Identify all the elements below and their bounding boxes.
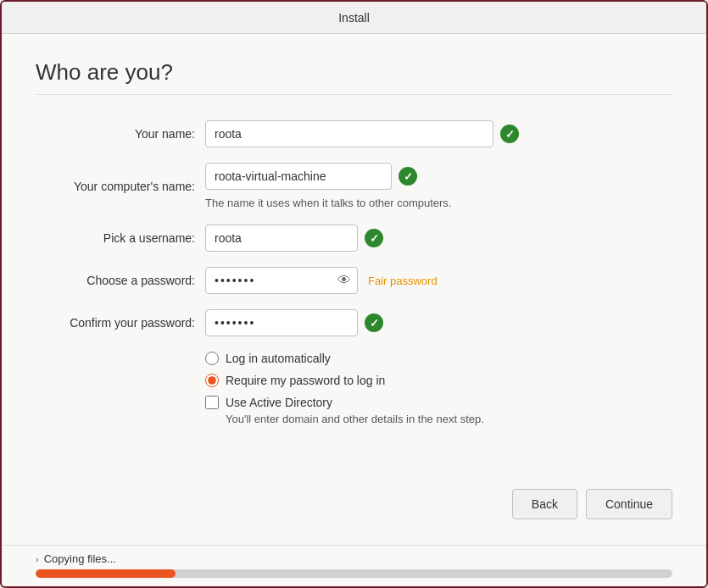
confirm-password-input[interactable]	[205, 309, 358, 336]
computer-name-field-wrapper: The name it uses when it talks to other …	[205, 163, 672, 209]
log-in-auto-option[interactable]: Log in automatically	[205, 352, 672, 365]
confirm-password-row: Confirm your password:	[36, 309, 672, 336]
titlebar: Install	[2, 2, 706, 34]
your-name-row: Your name:	[36, 120, 672, 147]
password-field-wrapper: 👁 Fair password	[205, 267, 672, 294]
password-wrapper: 👁	[205, 267, 358, 294]
username-row: Pick a username:	[36, 225, 672, 252]
eye-icon[interactable]: 👁	[337, 273, 351, 288]
active-directory-label: Use Active Directory	[226, 396, 332, 409]
require-password-label: Require my password to log in	[226, 374, 385, 387]
main-content: Who are you? Your name: Your computer's …	[2, 34, 706, 545]
your-name-check-icon	[500, 125, 519, 143]
password-strength-label: Fair password	[368, 275, 438, 287]
your-name-input[interactable]	[205, 120, 493, 147]
active-directory-hint: You'll enter domain and other details in…	[226, 413, 672, 425]
confirm-password-label: Confirm your password:	[36, 316, 205, 330]
chevron-right-icon: ›	[36, 554, 39, 564]
username-label: Pick a username:	[36, 231, 205, 245]
copying-label: › Copying files...	[36, 552, 672, 565]
computer-name-input[interactable]	[205, 163, 392, 190]
back-button[interactable]: Back	[512, 489, 577, 519]
computer-name-check-icon	[399, 167, 417, 186]
password-row: Choose a password: 👁 Fair password	[36, 267, 672, 294]
require-password-option[interactable]: Require my password to log in	[205, 374, 672, 387]
button-row: Back Continue	[36, 476, 672, 528]
active-directory-option-group: Use Active Directory You'll enter domain…	[205, 396, 672, 425]
form-container: Your name: Your computer's name: The nam…	[36, 120, 672, 476]
active-directory-option[interactable]: Use Active Directory	[205, 396, 672, 409]
titlebar-title: Install	[338, 11, 370, 25]
username-check-icon	[365, 229, 383, 247]
progress-area: › Copying files...	[2, 545, 706, 586]
your-name-label: Your name:	[36, 127, 205, 141]
login-options: Log in automatically Require my password…	[205, 352, 672, 425]
username-input[interactable]	[205, 225, 358, 252]
copying-text: Copying files...	[44, 552, 116, 565]
active-directory-checkbox[interactable]	[205, 396, 219, 409]
confirm-password-field-wrapper	[205, 309, 672, 336]
password-input[interactable]	[205, 267, 358, 294]
log-in-auto-label: Log in automatically	[226, 352, 331, 365]
your-name-field-wrapper	[205, 120, 672, 147]
log-in-auto-radio[interactable]	[205, 352, 219, 365]
confirm-password-check-icon	[365, 313, 383, 332]
progress-bar-background	[36, 569, 672, 578]
computer-name-hint: The name it uses when it talks to other …	[205, 197, 451, 209]
username-field-wrapper	[205, 225, 672, 252]
continue-button[interactable]: Continue	[586, 489, 672, 519]
computer-name-row: Your computer's name: The name it uses w…	[36, 163, 672, 209]
progress-bar-fill	[36, 569, 176, 578]
page-title: Who are you?	[36, 59, 672, 95]
password-label: Choose a password:	[36, 274, 205, 287]
computer-name-label: Your computer's name:	[36, 180, 205, 193]
require-password-radio[interactable]	[205, 374, 219, 387]
